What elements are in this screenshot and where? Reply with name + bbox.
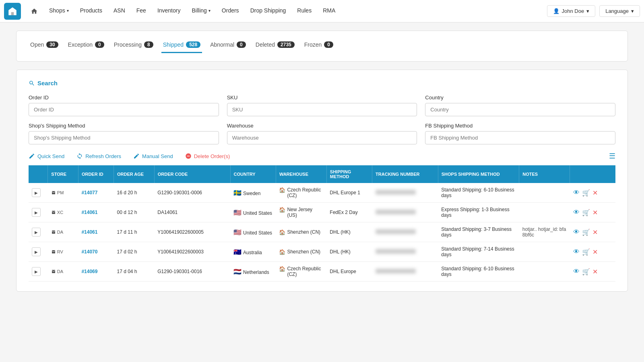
col-header-8: TRACKING NUMBER (372, 165, 438, 183)
quick-send-button[interactable]: Quick Send (29, 153, 64, 159)
order-id-link[interactable]: #14061 (81, 210, 97, 215)
warehouse-icon: 🏠 (279, 229, 285, 235)
nav-item-shops[interactable]: Shops ▾ (43, 0, 74, 23)
nav-item-drop-shipping[interactable]: Drop Shipping (245, 0, 292, 23)
nav-home[interactable] (25, 0, 43, 23)
order-code-cell: Y1006419022600003 (154, 242, 230, 262)
country-flag-icon: 🇺🇸 (233, 209, 242, 216)
tab-exception[interactable]: Exception0 (66, 39, 106, 53)
tab-open[interactable]: Open30 (29, 39, 60, 53)
warehouse-cell: 🏠 Shenzhen (CN) (276, 242, 326, 262)
warehouse-content: 🏠 Shenzhen (CN) (279, 229, 323, 235)
language-button[interactable]: Language ▾ (599, 5, 640, 17)
cart-button[interactable]: 🛒 (582, 248, 590, 256)
cart-button[interactable]: 🛒 (582, 268, 590, 276)
row-actions: 👁 🛒 ✕ (573, 228, 612, 236)
user-icon: 👤 (553, 8, 559, 14)
navbar: Shops ▾ProductsASNFeeInventoryBilling ▾O… (0, 0, 644, 23)
tab-processing[interactable]: Processing8 (112, 39, 155, 53)
country-flag-icon: 🇳🇱 (233, 268, 242, 275)
field-input-fb_shipping[interactable] (425, 131, 615, 144)
nav-item-rma[interactable]: RMA (317, 0, 341, 23)
tab-badge: 528 (186, 41, 200, 48)
delete-row-button[interactable]: ✕ (592, 209, 598, 216)
delete-orders-button[interactable]: Delete Order(s) (185, 153, 230, 159)
col-header-6: WAREHOUSE (276, 165, 326, 183)
search-field-sku: SKU (227, 95, 417, 116)
tracking-number-cell (372, 242, 438, 262)
expand-button[interactable]: ▶ (32, 267, 41, 276)
manual-send-button[interactable]: Manual Send (133, 153, 173, 159)
nav-item-orders[interactable]: Orders (216, 0, 245, 23)
expand-button[interactable]: ▶ (32, 188, 41, 197)
tab-badge: 0 (324, 41, 333, 48)
expand-button[interactable]: ▶ (32, 228, 41, 237)
field-input-country[interactable] (425, 103, 615, 116)
tab-deleted[interactable]: Deleted2735 (254, 39, 296, 53)
list-view-toggle[interactable]: ☰ (609, 152, 615, 160)
field-input-order_id[interactable] (29, 103, 219, 116)
nav-item-asn[interactable]: ASN (108, 0, 131, 23)
delete-row-button[interactable]: ✕ (592, 248, 598, 256)
order-id-link[interactable]: #14069 (81, 269, 97, 274)
search-field-order_id: Order ID (29, 95, 219, 116)
field-input-shop_shipping[interactable] (29, 131, 219, 144)
warehouse-cell: 🏠 Czech Republic (CZ) (276, 183, 326, 203)
logo-icon (7, 6, 18, 16)
refresh-orders-button[interactable]: Refresh Orders (76, 153, 121, 159)
tabs-card: Open30Exception0Processing8Shipped528Abn… (16, 31, 628, 62)
nav-item-fee[interactable]: Fee (131, 0, 152, 23)
tab-label: Abnormal (210, 41, 234, 48)
view-button[interactable]: 👁 (573, 248, 580, 255)
table-row: ▶ XC #1406100 d 12 hDA14061🇺🇸United Stat… (29, 203, 615, 222)
cart-button[interactable]: 🛒 (582, 209, 590, 216)
view-button[interactable]: 👁 (573, 228, 580, 236)
country-cell: 🇺🇸United States (230, 222, 276, 242)
expand-cell: ▶ (29, 262, 48, 282)
nav-item-inventory[interactable]: Inventory (152, 0, 186, 23)
delete-row-button[interactable]: ✕ (592, 228, 598, 236)
search-field-warehouse: Warehouse (227, 123, 417, 144)
warehouse-name: Czech Republic (CZ) (287, 187, 323, 198)
tab-shipped[interactable]: Shipped528 (161, 39, 202, 53)
actions-cell: 👁 🛒 ✕ (570, 183, 615, 203)
country-cell: 🇺🇸United States (230, 203, 276, 222)
view-button[interactable]: 👁 (573, 189, 580, 196)
field-label-shop_shipping: Shop's Shipping Method (29, 123, 219, 129)
warehouse-name: Shenzhen (CN) (287, 249, 320, 255)
view-button[interactable]: 👁 (573, 268, 580, 275)
shipping-method-cell: DHL (HK) (326, 222, 372, 242)
field-input-sku[interactable] (227, 103, 417, 116)
delete-row-button[interactable]: ✕ (592, 268, 598, 276)
user-menu-button[interactable]: 👤 John Doe ▾ (547, 5, 596, 17)
list-view-icon: ☰ (609, 152, 615, 160)
cart-button[interactable]: 🛒 (582, 228, 590, 236)
expand-button[interactable]: ▶ (32, 247, 41, 256)
expand-button[interactable]: ▶ (32, 208, 41, 217)
nav-item-billing[interactable]: Billing ▾ (186, 0, 216, 23)
tracking-number-cell (372, 203, 438, 222)
order-id-link[interactable]: #14077 (81, 190, 97, 195)
notes-cell: hotjar.. hotjar_id: bfa8bf6c (519, 222, 570, 242)
quick-send-icon (29, 153, 35, 159)
notes-cell (519, 242, 570, 262)
cart-button[interactable]: 🛒 (582, 189, 590, 197)
tracking-number-blurred (376, 190, 416, 195)
search-field-shop_shipping: Shop's Shipping Method (29, 123, 219, 144)
nav-item-rules[interactable]: Rules (291, 0, 317, 23)
order-id-link[interactable]: #14070 (81, 249, 97, 255)
tab-abnormal[interactable]: Abnormal0 (208, 39, 248, 53)
delete-row-button[interactable]: ✕ (592, 189, 598, 197)
country-flag-icon: 🇺🇸 (233, 229, 242, 236)
tab-frozen[interactable]: Frozen0 (303, 39, 335, 53)
order-id-link[interactable]: #14061 (81, 229, 97, 235)
nav-item-products[interactable]: Products (74, 0, 108, 23)
store-badge: XC (51, 210, 75, 215)
order-id-cell: #14077 (78, 183, 114, 203)
language-label: Language (605, 8, 629, 14)
store-badge: DA (51, 230, 75, 234)
field-input-warehouse[interactable] (227, 131, 417, 144)
logo[interactable] (4, 3, 21, 20)
view-button[interactable]: 👁 (573, 209, 580, 216)
order-id-cell: #14070 (78, 242, 114, 262)
